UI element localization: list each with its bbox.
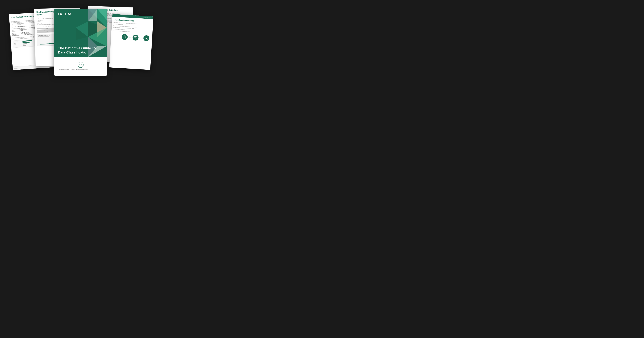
svg-marker-19 bbox=[76, 21, 88, 37]
footer-text: fortra.com bbox=[14, 68, 18, 69]
dot-6 bbox=[142, 38, 142, 38]
svg-marker-9 bbox=[88, 9, 106, 28]
svg-rect-0 bbox=[124, 36, 126, 38]
icon-user bbox=[143, 35, 150, 41]
bar-label-3: Access bbox=[14, 44, 22, 45]
bar-fill-4 bbox=[23, 45, 26, 46]
cover-fortra-badge: FORR bbox=[78, 62, 84, 68]
bar-label-1: Data discovery bbox=[14, 41, 22, 42]
svg-marker-15 bbox=[88, 28, 106, 46]
dot-5 bbox=[141, 38, 141, 38]
connection-dots bbox=[129, 37, 132, 38]
svg-point-8 bbox=[146, 37, 147, 38]
svg-marker-20 bbox=[76, 28, 88, 40]
bar-2009 bbox=[40, 44, 43, 45]
bar-2011 bbox=[46, 44, 49, 44]
card-far-right-body: Classification Methods fication inspects… bbox=[111, 17, 153, 43]
cover-bottom: FORR Data Classification For Data Protec… bbox=[54, 57, 107, 76]
bar-label-4: In bbox=[14, 45, 22, 47]
bar-label-2: Data Intelligence bbox=[14, 42, 22, 44]
dot-3 bbox=[131, 37, 132, 38]
col-left-item-1: CAD bbox=[37, 28, 57, 29]
icon-chat bbox=[132, 34, 139, 41]
cover-bottom-logo-area: FORR bbox=[58, 62, 103, 68]
col-left-item-2: PERSONAL PICTURES bbox=[37, 29, 57, 31]
card-main-cover: FORTRA The Definitive Guide To Data Clas… bbox=[54, 9, 107, 76]
bar-2012 bbox=[49, 43, 52, 44]
bar-fill-2 bbox=[22, 42, 30, 43]
far-right-header-text: The Definitive Guide to Data Classificat… bbox=[140, 17, 152, 18]
cover-title: The Definitive Guide To Data Classificat… bbox=[58, 46, 103, 55]
card-classification-methods: The Definitive Guide to Data Classificat… bbox=[109, 14, 154, 70]
svg-marker-14 bbox=[97, 21, 106, 37]
cover-subtitle: Data Classification For Data Protection … bbox=[58, 69, 103, 71]
method-icons bbox=[112, 33, 151, 41]
icon-document bbox=[122, 34, 128, 40]
dot-1 bbox=[129, 37, 130, 37]
svg-rect-4 bbox=[134, 36, 137, 38]
badge-text: FORR bbox=[79, 64, 82, 65]
bar-fill-3 bbox=[22, 43, 27, 45]
bar-fill-1 bbox=[22, 40, 32, 42]
connection-dots-2 bbox=[140, 37, 142, 38]
dot-2 bbox=[130, 37, 130, 37]
dot-4 bbox=[140, 37, 140, 38]
scene: Data Protection Framework Many organizat… bbox=[9, 4, 152, 81]
cover-top: FORTRA The Definitive Guide To Data Clas… bbox=[54, 9, 107, 57]
bar-2010 bbox=[43, 44, 46, 44]
svg-marker-13 bbox=[88, 21, 106, 37]
col-left-header: Without Classification bbox=[37, 26, 57, 28]
cover-logo: FORTRA bbox=[58, 13, 103, 16]
